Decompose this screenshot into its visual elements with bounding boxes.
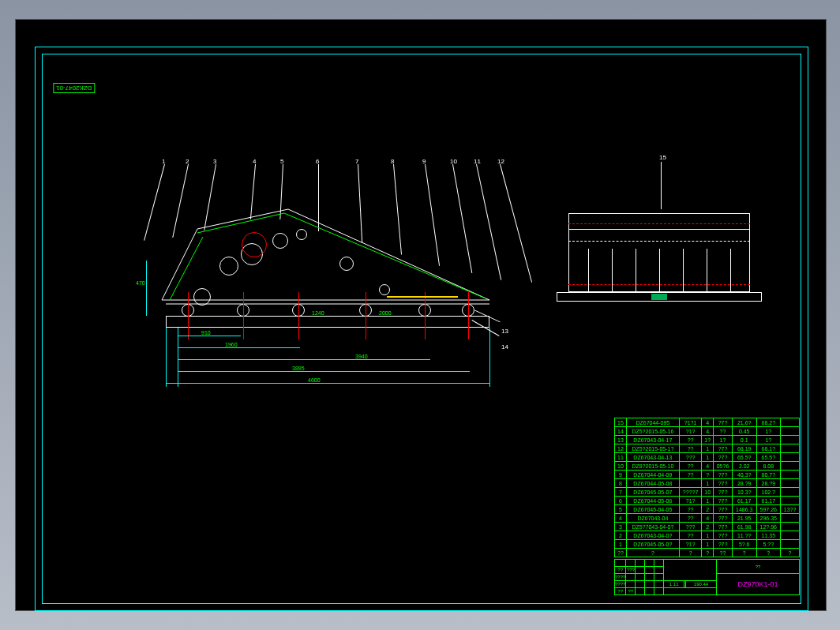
bom-row: 10DZ8?2015-05-10??405?62.028.08 [615,462,800,471]
extension-line [489,328,490,387]
side-post [636,249,636,292]
bom-row: 6DZ67044-05-06?1?1?7?61.1761.17 [615,497,800,505]
title-block: ?? ????? ???? DZ970K1-01 ???? 1:11190.44… [614,559,800,602]
dim-line [178,371,470,372]
centerline [425,292,426,339]
bom-row: 1DZ67045-05-0??1?1?7?5?.65.?? [615,540,800,549]
bom-row: 4DZ67043-04??4?7?21.95296.35 [615,514,800,523]
centerline [298,292,299,339]
dim-1960: 1960 [225,342,238,347]
callout-14: 14 [501,343,508,351]
bom-row: 12DZ5?2015-05-1???1?7?68.1968.1? [615,444,800,453]
side-line [568,229,750,230]
drawing-number-label: DZK2047-01 [53,83,95,93]
dim-v1: 470 [136,280,145,286]
dim-line [178,359,430,360]
roller [193,288,211,306]
title-rev: ?? [717,560,800,574]
callout-12: 12 [497,158,504,165]
roller [379,284,390,295]
extension-line [166,328,167,387]
dim-910: 910 [201,330,211,336]
base-frame [166,316,489,328]
bom-row: 3DZ5?7043-04-0????2?7?61.9812?.96 [615,523,800,531]
bom-row: 15DZ67044-095?1?14?7?21.6?68.2? [615,418,800,427]
dim-4600: 4600 [308,377,321,383]
roller [272,233,288,249]
dim-3940: 3940 [355,354,368,359]
dim-3895: 3895 [292,366,305,371]
callout-15: 15 [659,154,666,161]
centerline [468,292,469,339]
bom-row: 2DZ67043-04-0???1?7?11.??11.35 [615,531,800,540]
callout-10: 10 [450,158,457,165]
leader-line [661,162,662,209]
callout-13: 13 [501,328,508,335]
side-post [730,249,731,292]
drawing-code: DZ970K1-01 [717,574,800,595]
roller [219,257,238,276]
dim-line [166,383,489,384]
bom-row: 5DZ67045-04-05??2?7?1486.3597.2613?? [615,505,800,514]
bom-table[interactable]: 15DZ67044-095?1?14?7?21.6?68.2? 14DZ5?20… [614,418,800,557]
side-line [568,241,750,242]
roller [339,257,354,271]
deck-detail [387,296,458,298]
bom-row: 7DZ67045-05-07????710?7?10.3?102.7 [615,488,800,497]
centerline [568,223,750,224]
side-elevation-view: 15 [557,205,762,324]
dim-2000: 2000 [379,310,392,316]
dim-1240: 1240 [312,310,324,316]
callout-11: 11 [474,158,481,165]
side-post [707,249,707,292]
bom-row: 14DZ5?2015-05-16?1?4??0.451? [615,427,800,436]
side-detail [651,294,667,300]
centerline [243,292,244,339]
dim-line [146,261,147,316]
side-post [659,249,660,292]
bom-header: ?????????? [615,549,800,557]
bom-row: 13DZ67043-04-17??1?1?0.11? [615,436,800,444]
side-post [588,249,589,292]
bom-row: 11DZ67043-04-13???1?7?65.5?65.5? [615,453,800,462]
roller [296,229,307,240]
bom-row: 8DZ67044-05-081?7?28.?928.?9 [615,479,800,488]
main-roller-outer [242,232,267,257]
drawing-border-outer: DZK2047-01 1 2 3 4 5 6 7 8 9 10 11 12 [35,47,808,611]
centerline [366,292,366,339]
dim-line [178,347,300,348]
dim-line [178,336,241,336]
extension-line [178,328,178,387]
side-post [683,249,684,292]
cad-viewport[interactable]: DZK2047-01 1 2 3 4 5 6 7 8 9 10 11 12 [15,19,827,611]
title-main [664,560,717,581]
bom-row: 9DZ67044-04-09????7?40.3?80.7? [615,471,800,479]
main-elevation-view: 1 2 3 4 5 6 7 8 9 10 11 12 [134,150,529,403]
side-post [612,249,613,292]
centerline [188,292,189,339]
